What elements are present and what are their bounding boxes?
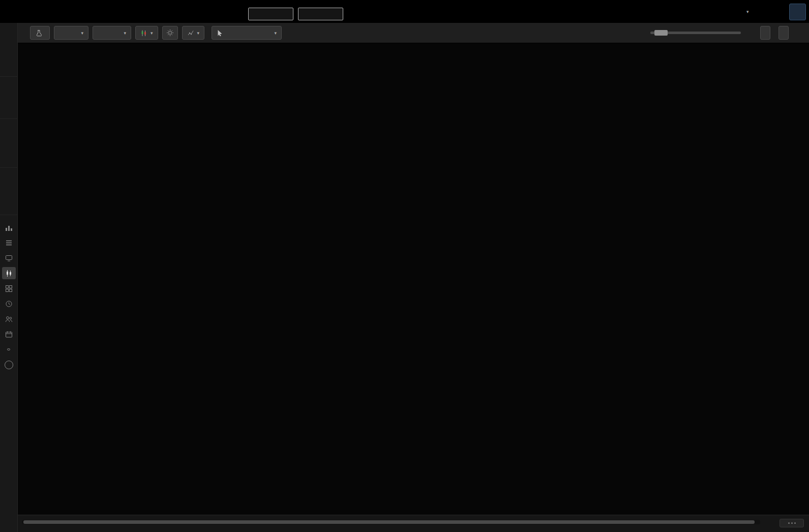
chevron-down-icon: ▾ bbox=[124, 31, 126, 36]
ask-button[interactable] bbox=[298, 8, 343, 20]
chart-canvas[interactable] bbox=[18, 43, 809, 515]
bid-button[interactable] bbox=[248, 8, 293, 20]
cursor-icon bbox=[217, 29, 223, 36]
candlestick-type-icon bbox=[140, 29, 147, 37]
users-icon[interactable] bbox=[2, 313, 16, 325]
scroll-strip bbox=[18, 515, 809, 532]
add-tab-button[interactable] bbox=[789, 4, 806, 20]
chart-type-dropdown[interactable]: ▾ bbox=[135, 26, 158, 40]
monitor-icon[interactable] bbox=[2, 252, 16, 264]
flask-icon bbox=[35, 29, 42, 37]
accounts-dropdown[interactable]: ▾ bbox=[743, 7, 749, 15]
chevron-down-icon: ▾ bbox=[151, 31, 153, 36]
indicators-button[interactable] bbox=[30, 26, 50, 40]
horizontal-scrollbar[interactable] bbox=[22, 520, 760, 524]
calendar-icon[interactable] bbox=[2, 328, 16, 340]
sidebar-icon-rail bbox=[0, 215, 17, 371]
left-sidebar bbox=[0, 23, 18, 532]
sidebar-tab-positions[interactable] bbox=[0, 23, 17, 77]
chevron-down-icon: ▾ bbox=[746, 9, 749, 14]
sidebar-tab-activity[interactable] bbox=[0, 119, 17, 168]
patterns-icon bbox=[187, 29, 194, 37]
sidebar-tab-trade[interactable] bbox=[0, 77, 17, 119]
chevron-down-icon: ▾ bbox=[81, 31, 83, 36]
history-clock-icon[interactable] bbox=[2, 298, 16, 310]
range-dropdown[interactable]: ▾ bbox=[93, 26, 131, 40]
trading-platform: ▾ bbox=[0, 0, 809, 532]
timeframe-dropdown[interactable]: ▾ bbox=[54, 26, 88, 40]
chart-candles-icon[interactable] bbox=[2, 267, 16, 279]
bar-chart-icon[interactable] bbox=[2, 221, 16, 233]
gear-icon bbox=[166, 29, 174, 37]
chart-toolbar: ▾ ▾ ▾ ▾ ▾ bbox=[18, 23, 809, 43]
chart-settings-button[interactable] bbox=[162, 26, 178, 40]
chevron-down-icon: ▾ bbox=[275, 31, 277, 36]
save-button[interactable] bbox=[760, 26, 770, 40]
sidebar-tab-tastyfx[interactable] bbox=[0, 168, 17, 215]
patterns-dropdown[interactable]: ▾ bbox=[182, 26, 205, 40]
load-button[interactable] bbox=[778, 26, 789, 40]
chevron-down-icon: ▾ bbox=[197, 31, 200, 36]
fx-icon[interactable] bbox=[2, 343, 16, 356]
help-label bbox=[5, 361, 13, 369]
drawing-tool-dropdown[interactable]: ▾ bbox=[212, 26, 282, 40]
chart-options-button[interactable] bbox=[780, 519, 804, 527]
fx-label bbox=[7, 348, 10, 350]
quote-header: ▾ bbox=[0, 0, 809, 23]
grid-icon[interactable] bbox=[2, 282, 16, 294]
zoom-slider-handle[interactable] bbox=[654, 30, 668, 36]
scrollbar-thumb[interactable] bbox=[23, 520, 755, 524]
zoom-slider[interactable] bbox=[650, 32, 741, 34]
chart-region bbox=[18, 43, 809, 532]
watchlist-icon[interactable] bbox=[2, 237, 16, 249]
help-icon[interactable] bbox=[2, 359, 16, 371]
